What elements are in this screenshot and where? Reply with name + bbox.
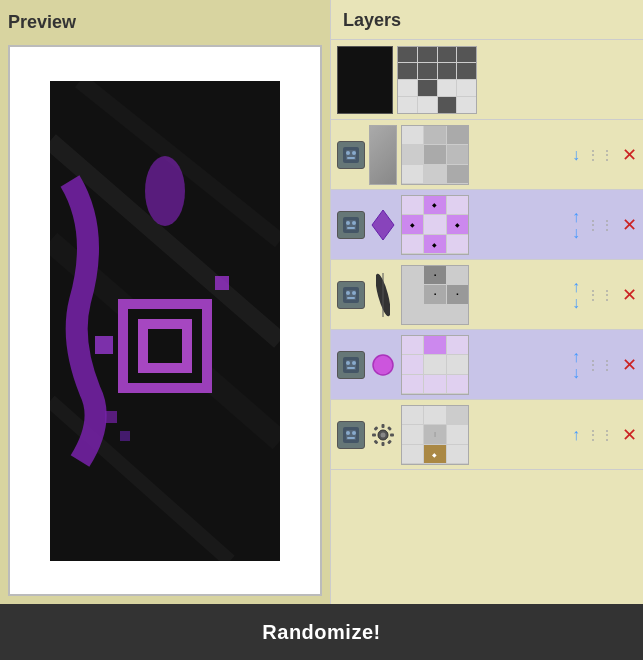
svg-rect-45 bbox=[382, 424, 385, 428]
grid-cell: ▪ bbox=[447, 285, 468, 304]
grid-cell: | bbox=[424, 425, 445, 444]
grid-cell: ◆ bbox=[424, 196, 445, 215]
layer-4-up-btn[interactable]: ↑ bbox=[572, 349, 580, 365]
grid-cell bbox=[424, 215, 445, 234]
layer-1-pattern[interactable] bbox=[401, 125, 469, 185]
grid-cell bbox=[424, 126, 445, 145]
grid-cell bbox=[438, 80, 457, 96]
layer-1-icon[interactable] bbox=[337, 141, 365, 169]
grid-cell bbox=[447, 145, 468, 164]
layer-3-up-btn[interactable]: ↑ bbox=[572, 279, 580, 295]
svg-rect-46 bbox=[382, 442, 385, 446]
svg-rect-9 bbox=[95, 336, 113, 354]
grid-cell bbox=[447, 266, 468, 285]
grid-cell bbox=[402, 445, 423, 464]
svg-rect-49 bbox=[374, 426, 379, 431]
grid-cell bbox=[402, 406, 423, 425]
layer-4-delete-btn[interactable]: ✕ bbox=[622, 356, 637, 374]
svg-point-40 bbox=[346, 431, 350, 435]
layer-3-drag-handle[interactable]: ⋮⋮ bbox=[586, 288, 614, 302]
svg-point-37 bbox=[373, 355, 393, 375]
gear-shape bbox=[370, 422, 396, 448]
grid-cell bbox=[447, 235, 468, 254]
layer-5-pattern[interactable]: | ◆ bbox=[401, 405, 469, 465]
layer-5-icon[interactable] bbox=[337, 421, 365, 449]
layer-2-pattern[interactable]: ◆ ◆ ◆ ◆ bbox=[401, 195, 469, 255]
feather-shape bbox=[376, 270, 390, 320]
grid-cell bbox=[447, 406, 468, 425]
layer-5-delete-btn[interactable]: ✕ bbox=[622, 426, 637, 444]
layer-4-color[interactable] bbox=[369, 335, 397, 395]
layer-3-icon[interactable] bbox=[337, 281, 365, 309]
svg-point-21 bbox=[346, 221, 350, 225]
layer-4-icon[interactable] bbox=[337, 351, 365, 379]
grid-cell: ◆ bbox=[447, 215, 468, 234]
layer-1-color[interactable] bbox=[369, 125, 397, 185]
svg-rect-11 bbox=[105, 411, 117, 423]
layer-1-delete-btn[interactable]: ✕ bbox=[622, 146, 637, 164]
grid-cell bbox=[398, 80, 417, 96]
layer-row-4: ↑ ↓ ⋮⋮ ✕ bbox=[331, 330, 643, 400]
layer-2-color[interactable] bbox=[369, 195, 397, 255]
grid-cell: ◆ bbox=[402, 215, 423, 234]
layer-3-down-btn[interactable]: ↓ bbox=[572, 295, 580, 311]
layer-4-down-btn[interactable]: ↓ bbox=[572, 365, 580, 381]
grid-cell bbox=[447, 305, 468, 324]
layer-2-up-btn[interactable]: ↑ bbox=[572, 209, 580, 225]
preview-box bbox=[8, 45, 322, 596]
layer-row-base bbox=[331, 40, 643, 120]
svg-rect-52 bbox=[387, 439, 392, 444]
grid-cell bbox=[438, 47, 457, 63]
layer-5-drag-handle[interactable]: ⋮⋮ bbox=[586, 428, 614, 442]
grid-cell bbox=[418, 47, 437, 63]
layer-2-icon[interactable] bbox=[337, 211, 365, 239]
layer-row-2: ◆ ◆ ◆ ◆ ↑ ↓ ⋮⋮ ✕ bbox=[331, 190, 643, 260]
grid-cell bbox=[424, 165, 445, 184]
grid-cell bbox=[418, 80, 437, 96]
svg-rect-47 bbox=[372, 433, 376, 436]
layer-3-pattern[interactable]: ▪ ▪ ▪ bbox=[401, 265, 469, 325]
grid-cell bbox=[402, 375, 423, 394]
layer-1-arrows: ↓ bbox=[572, 147, 580, 163]
layer-1-drag-handle[interactable]: ⋮⋮ bbox=[586, 148, 614, 162]
svg-point-16 bbox=[346, 151, 350, 155]
grid-cell bbox=[424, 336, 445, 355]
grid-cell bbox=[402, 285, 423, 304]
mob-head-icon bbox=[340, 144, 362, 166]
svg-rect-8 bbox=[148, 329, 182, 363]
svg-point-28 bbox=[352, 291, 356, 295]
grid-cell bbox=[457, 97, 476, 113]
layer-5-up-btn[interactable]: ↑ bbox=[572, 427, 580, 443]
diamond-shape bbox=[370, 208, 396, 242]
svg-rect-50 bbox=[387, 426, 392, 431]
grid-cell bbox=[402, 355, 423, 374]
grid-cell bbox=[398, 97, 417, 113]
layer-2-down-btn[interactable]: ↓ bbox=[572, 225, 580, 241]
grid-cell bbox=[402, 235, 423, 254]
base-color-swatch[interactable] bbox=[337, 46, 393, 114]
mob-head-icon-3 bbox=[340, 284, 362, 306]
grid-cell bbox=[447, 165, 468, 184]
randomize-button[interactable]: Randomize! bbox=[222, 613, 420, 652]
layer-4-drag-handle[interactable]: ⋮⋮ bbox=[586, 358, 614, 372]
layer-3-color[interactable] bbox=[369, 265, 397, 325]
svg-rect-12 bbox=[120, 431, 130, 441]
layer-2-delete-btn[interactable]: ✕ bbox=[622, 216, 637, 234]
layer-1-down-btn[interactable]: ↓ bbox=[572, 147, 580, 163]
grid-cell bbox=[398, 47, 417, 63]
layer-3-delete-btn[interactable]: ✕ bbox=[622, 286, 637, 304]
svg-point-22 bbox=[352, 221, 356, 225]
svg-point-35 bbox=[352, 361, 356, 365]
grid-cell bbox=[447, 425, 468, 444]
grid-cell bbox=[402, 165, 423, 184]
grid-cell bbox=[438, 63, 457, 79]
grid-cell bbox=[424, 355, 445, 374]
layer-2-drag-handle[interactable]: ⋮⋮ bbox=[586, 218, 614, 232]
layer-5-color[interactable] bbox=[369, 405, 397, 465]
layer-4-arrows: ↑ ↓ bbox=[572, 349, 580, 381]
grid-cell bbox=[402, 336, 423, 355]
svg-rect-10 bbox=[215, 276, 229, 290]
layer-4-pattern[interactable] bbox=[401, 335, 469, 395]
svg-rect-51 bbox=[374, 439, 379, 444]
grid-cell bbox=[457, 80, 476, 96]
